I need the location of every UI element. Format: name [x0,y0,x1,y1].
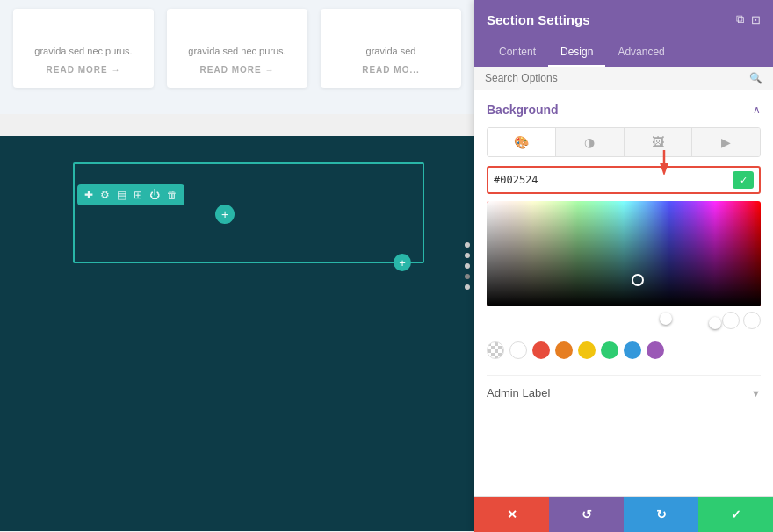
bg-type-row: 🎨 ◑ 🖼 ▶ [487,127,761,157]
cards-area: gravida sed nec purus. READ MORE → gravi… [0,0,474,114]
color-picker-container: ✓ [487,166,761,364]
background-label: Background [487,103,559,117]
gradient-icon: ◑ [584,135,595,149]
hex-color-input[interactable] [494,174,564,186]
plus-icon[interactable]: ✚ [84,189,93,201]
hex-confirm-button[interactable]: ✓ [733,171,754,189]
color-fill-icon: 🎨 [514,135,529,149]
columns-icon[interactable]: ▤ [117,189,126,201]
trash-icon[interactable]: 🗑 [167,189,177,201]
swatch-green[interactable] [601,341,618,359]
sidebar-panel: Section Settings ⧉ ⊡ Content Design Adva… [474,0,773,532]
swatch-transparent[interactable] [487,341,504,359]
copy-icon[interactable]: ⧉ [736,12,744,26]
swatch-red[interactable] [532,341,550,359]
bg-type-video-button[interactable]: ▶ [692,128,760,156]
nav-dot-4[interactable] [465,274,470,279]
hue-slider-thumb [660,313,672,325]
expand-icon[interactable]: ⊡ [751,13,761,26]
swatch-yellow[interactable] [578,341,596,359]
card-2: gravida sed nec purus. READ MORE → [167,9,307,88]
power-icon[interactable]: ⏻ [149,189,160,201]
card-3-link[interactable]: READ MO... [362,65,420,75]
save-button[interactable]: ✓ [698,497,773,532]
image-icon: 🖼 [652,135,664,149]
card-1-text: gravida sed nec purus. [34,45,132,58]
swatch-white[interactable] [509,341,527,359]
bg-type-gradient-button[interactable]: ◑ [556,128,625,156]
bg-type-color-button[interactable]: 🎨 [488,128,556,156]
gear-icon[interactable]: ⚙ [100,189,110,201]
card-2-link[interactable]: READ MORE → [200,65,275,75]
admin-label-text: Admin Label [487,386,550,399]
swatch-blue[interactable] [624,341,641,359]
card-3: gravida sed READ MO... [321,9,461,88]
admin-label-section[interactable]: Admin Label ▼ [487,375,761,406]
admin-label-chevron-icon: ▼ [751,388,761,399]
tab-advanced[interactable]: Advanced [605,39,676,67]
panel-title: Section Settings [487,12,590,27]
card-1-link[interactable]: READ MORE → [47,65,121,75]
swatch-orange[interactable] [555,341,573,359]
search-bar: 🔍 [474,67,773,90]
old-color-preview [743,312,761,329]
panel-header: Section Settings ⧉ ⊡ [474,0,773,39]
bg-type-image-button[interactable]: 🖼 [625,128,693,156]
undo-button[interactable]: ↺ [549,497,624,532]
redo-button[interactable]: ↻ [624,497,698,532]
search-icon: 🔍 [749,72,762,84]
right-nav-dots [465,242,470,290]
panel-header-icons: ⧉ ⊡ [736,12,761,26]
swatch-purple[interactable] [647,341,664,359]
section-outline [73,162,424,263]
card-1: gravida sed nec purus. READ MORE → [13,9,154,88]
section-toolbar: ✚ ⚙ ▤ ⊞ ⏻ 🗑 [77,184,184,205]
nav-dot-3[interactable] [465,263,470,269]
nav-dot-1[interactable] [465,242,470,248]
nav-dot-5[interactable] [465,284,470,290]
video-icon: ▶ [721,135,731,149]
cancel-button[interactable]: ✕ [474,497,549,532]
collapse-background-icon[interactable]: ∧ [753,104,761,116]
nav-dot-2[interactable] [465,253,470,258]
canvas-area: gravida sed nec purus. READ MORE → gravi… [0,0,474,532]
new-color-preview [722,312,740,329]
panel-footer: ✕ ↺ ↻ ✓ [474,496,773,532]
add-column-button[interactable]: + [394,254,411,271]
sliders-row [487,312,761,329]
color-swatches [487,336,761,364]
search-input[interactable] [485,72,744,84]
background-section-header: Background ∧ [487,103,761,117]
grid-icon[interactable]: ⊞ [134,189,142,201]
alpha-slider-thumb [709,317,721,329]
add-row-button[interactable]: + [215,205,235,224]
tab-content[interactable]: Content [487,39,548,67]
card-2-text: gravida sed nec purus. [188,45,285,58]
card-3-text: gravida sed [366,45,416,58]
tab-design[interactable]: Design [548,39,605,67]
hex-input-row: ✓ [487,166,761,194]
panel-tabs: Content Design Advanced [474,39,773,67]
panel-body: Background ∧ 🎨 ◑ 🖼 ▶ [474,90,773,496]
color-gradient-picker[interactable] [487,201,761,306]
